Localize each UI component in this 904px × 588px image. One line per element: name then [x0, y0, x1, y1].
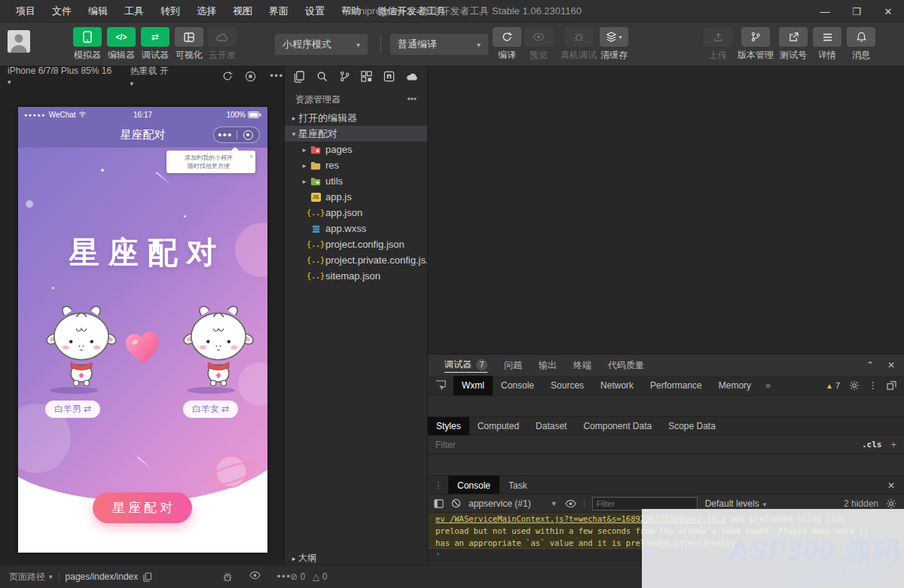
close-drawer-icon[interactable]: ✕: [887, 480, 895, 491]
capsule-menu-icon[interactable]: ●●●: [214, 127, 237, 142]
details-button[interactable]: 详情: [810, 27, 844, 62]
messages-button[interactable]: 消息: [844, 27, 878, 62]
more-actions-icon[interactable]: •••: [407, 94, 417, 105]
menu-project[interactable]: 项目: [8, 0, 44, 23]
male-sign-selector[interactable]: 白羊男 ⇄: [45, 401, 100, 418]
test-account-button[interactable]: 测试号: [776, 27, 811, 62]
hidden-messages-label[interactable]: 2 hidden: [844, 498, 878, 509]
tree-file-appwxss[interactable]: app.wxss: [285, 221, 427, 236]
tree-folder-utils[interactable]: ▸ utils: [285, 173, 427, 189]
drawer-tab-task[interactable]: Task: [499, 476, 536, 495]
tree-folder-res[interactable]: ▸ res: [285, 157, 427, 173]
tab-terminal[interactable]: 终端: [573, 359, 591, 372]
version-control-button[interactable]: 版本管理: [734, 27, 777, 62]
problem-counts[interactable]: ⊘ 0 △ 0: [290, 571, 327, 582]
mock-icon[interactable]: [406, 72, 418, 81]
warnings-indicator[interactable]: ▲7: [826, 381, 840, 390]
styles-tab-scope-data[interactable]: Scope Data: [660, 417, 724, 435]
close-panel-icon[interactable]: ✕: [887, 360, 895, 370]
hot-reload-toggle[interactable]: 热重载 开 ▾: [130, 65, 173, 88]
upload-button[interactable]: 上传: [701, 27, 735, 62]
user-avatar[interactable]: [8, 30, 30, 53]
tree-file-projectconfig[interactable]: {..} project.config.json: [285, 236, 427, 252]
match-button[interactable]: 星座配对: [93, 492, 192, 523]
npm-scripts-icon[interactable]: [383, 71, 395, 82]
female-sign-selector[interactable]: 白羊女 ⇄: [183, 401, 238, 418]
menu-select[interactable]: 选择: [188, 0, 224, 23]
mode-select[interactable]: 小程序模式 ▾: [275, 34, 368, 55]
console-context-select[interactable]: appservice (#1) ▼: [469, 498, 557, 509]
capsule-close-icon[interactable]: [237, 130, 260, 140]
more-tabs-icon[interactable]: »: [759, 380, 777, 391]
styles-tab-component-data[interactable]: Component Data: [575, 417, 660, 435]
console-filter-input[interactable]: [592, 497, 698, 510]
search-icon[interactable]: [316, 71, 328, 82]
menu-tools[interactable]: 工具: [116, 0, 152, 23]
bug-icon[interactable]: [222, 571, 233, 582]
compile-button[interactable]: 编译: [490, 27, 524, 62]
devtools-tab-performance[interactable]: Performance: [642, 376, 710, 395]
devtools-tab-wxml[interactable]: Wxml: [454, 376, 493, 395]
preview-button[interactable]: 预览: [521, 27, 556, 62]
collapse-panel-icon[interactable]: ⌃: [866, 360, 874, 370]
devtools-tab-console[interactable]: Console: [493, 376, 542, 395]
restart-icon[interactable]: [222, 71, 233, 81]
drawer-menu-icon[interactable]: ⋮: [434, 480, 442, 490]
simulator-toggle[interactable]: 模拟器: [70, 27, 105, 62]
tree-folder-pages[interactable]: ▸ pages: [285, 142, 427, 157]
tab-debugger[interactable]: 调试器 7: [444, 358, 487, 373]
more-options-icon[interactable]: •••: [270, 71, 284, 81]
menu-goto[interactable]: 转到: [152, 0, 188, 23]
console-sidebar-icon[interactable]: [434, 499, 444, 508]
menu-interface[interactable]: 界面: [261, 0, 297, 23]
styles-tab-computed[interactable]: Computed: [469, 417, 527, 435]
console-eye-icon[interactable]: [565, 500, 576, 507]
undock-icon[interactable]: [887, 381, 896, 390]
menu-edit[interactable]: 编辑: [80, 0, 116, 23]
debugger-toggle[interactable]: ⇄ 调试器: [138, 27, 173, 62]
open-editors-section[interactable]: ▸ 打开的编辑器: [285, 110, 427, 126]
tab-problems[interactable]: 问题: [504, 359, 522, 372]
console-levels-select[interactable]: Default levels ▼: [705, 498, 768, 509]
device-debug-button[interactable]: 真机调试: [557, 27, 600, 62]
files-icon[interactable]: [294, 71, 305, 83]
menu-file[interactable]: 文件: [44, 0, 80, 23]
clear-cache-button[interactable]: ▾ 清缓存: [597, 27, 631, 62]
screen-record-icon[interactable]: [245, 71, 256, 82]
cloud-dev-toggle[interactable]: 云开发: [205, 27, 240, 62]
outline-section[interactable]: ▸ 大纲: [285, 552, 427, 565]
minimize-button[interactable]: —: [809, 0, 841, 23]
drawer-tab-console[interactable]: Console: [448, 476, 499, 495]
styles-tab-styles[interactable]: Styles: [428, 417, 469, 435]
visual-toggle[interactable]: 可视化: [172, 27, 206, 62]
eye-icon[interactable]: [249, 571, 261, 582]
tree-file-sitemap[interactable]: {..} sitemap.json: [285, 268, 427, 284]
styles-tab-dataset[interactable]: Dataset: [527, 417, 575, 435]
tree-file-appjson[interactable]: {..} app.json: [285, 205, 427, 221]
menu-view[interactable]: 视图: [224, 0, 261, 23]
project-root[interactable]: ▾ 星座配对: [285, 126, 427, 142]
styles-filter-input[interactable]: [428, 439, 862, 451]
tab-output[interactable]: 输出: [539, 359, 557, 372]
more-options-icon[interactable]: •••: [277, 571, 292, 582]
copy-path-icon[interactable]: [143, 572, 152, 582]
tooltip-close-icon[interactable]: ×: [249, 152, 253, 160]
close-button[interactable]: ✕: [872, 0, 904, 23]
tab-code-quality[interactable]: 代码质量: [608, 359, 644, 372]
console-settings-icon[interactable]: [886, 498, 896, 509]
new-style-rule-icon[interactable]: +: [890, 439, 896, 450]
cls-toggle[interactable]: .cls: [862, 440, 882, 449]
inspect-element-icon[interactable]: [428, 380, 454, 391]
extensions-icon[interactable]: [361, 71, 372, 82]
device-select[interactable]: iPhone 6/7/8 Plus 85% 16 ▾: [8, 66, 113, 87]
devtools-tab-sources[interactable]: Sources: [542, 376, 592, 395]
clear-console-icon[interactable]: [451, 498, 461, 508]
devtools-menu-icon[interactable]: ⋮: [869, 380, 878, 391]
devtools-settings-icon[interactable]: [849, 380, 860, 391]
console-warning-link[interactable]: ev /WAServiceMainContext.js?t=wechat&s=1…: [435, 514, 726, 523]
page-path-select[interactable]: 页面路径 ▾: [9, 571, 53, 583]
source-control-icon[interactable]: [339, 71, 350, 82]
editor-toggle[interactable]: </> 编辑器: [104, 27, 139, 62]
tree-file-projectprivateconfig[interactable]: {..} project.private.config.js...: [285, 252, 427, 268]
devtools-tab-memory[interactable]: Memory: [710, 376, 759, 395]
